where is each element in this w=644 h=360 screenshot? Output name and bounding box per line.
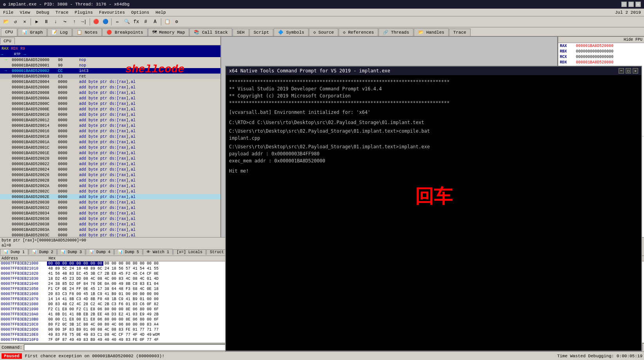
tab-log[interactable]: 📝 Log	[47, 28, 72, 36]
disasm-row[interactable]: 000001BA8D520022 0000 add byte ptr ds:[r…	[0, 161, 220, 167]
tab-memory-map[interactable]: 🗺 Memory Map	[148, 28, 189, 36]
disasm-row[interactable]: 000001BA8D520028 0000 add byte ptr ds:[r…	[0, 178, 220, 183]
disasm-row[interactable]: 000001BA8D520020 0000 add byte ptr ds:[r…	[0, 156, 220, 161]
disasm-row[interactable]: 000001BA8D520034 0000 add byte ptr ds:[r…	[0, 211, 220, 216]
disasm-row[interactable]: → 000001BA8D520002 CC int3	[0, 68, 220, 74]
tb-font[interactable]: A	[151, 18, 159, 26]
disasm-row[interactable]: 000001BA8D52000C 0000 add byte ptr ds:[r…	[0, 101, 220, 106]
tb-highlight[interactable]: ✏	[113, 18, 122, 26]
disasm-row[interactable]: 000001BA8D520008 0000 add byte ptr ds:[r…	[0, 90, 220, 95]
tb-run-to-cursor[interactable]: →|	[79, 18, 88, 26]
disasm-row[interactable]: 000001BA8D520030 0000 add byte ptr ds:[r…	[0, 200, 220, 205]
menu-plugins[interactable]: Plugins	[72, 9, 96, 16]
reg-row[interactable]: RAX 000001BA8D520000	[558, 43, 644, 49]
tab-cpu[interactable]: CPU	[1, 28, 17, 36]
disasm-row[interactable]: 000001BA8D520003 C3 ret	[0, 74, 220, 79]
minimize-button[interactable]: ─	[621, 2, 627, 7]
menu-help[interactable]: Help	[152, 9, 169, 16]
disasm-row[interactable]: 000001BA8D52003C 0000 add byte ptr ds:[r…	[0, 232, 220, 237]
disasm-row[interactable]: 000001BA8D52002E 0000 add byte ptr ds:[r…	[0, 194, 220, 200]
disasm-row[interactable]: 000001BA8D52000E 0000 add byte ptr ds:[r…	[0, 106, 220, 112]
menu-view[interactable]: View	[16, 9, 33, 16]
tb-pause[interactable]: ⏸	[42, 18, 51, 26]
console-close[interactable]: ✕	[633, 68, 638, 74]
disasm-row[interactable]: 000001BA8D520016 0000 add byte ptr ds:[r…	[0, 128, 220, 134]
dump-tab-watch1[interactable]: 👁 Watch 1	[143, 249, 173, 255]
disasm-row[interactable]: 000001BA8D52001E 0000 add byte ptr ds:[r…	[0, 150, 220, 156]
reg-row[interactable]: RBX 0000000000000000	[558, 49, 644, 54]
menu-file[interactable]: File	[0, 9, 16, 16]
dump-tab-5[interactable]: 📊 Dump 5	[114, 249, 143, 255]
disasm-row[interactable]: 000001BA8D52002C 0000 add byte ptr ds:[r…	[0, 189, 220, 194]
disasm-row[interactable]: 000001BA8D520036 0000 add byte ptr ds:[r…	[0, 216, 220, 221]
disasm-row[interactable]: 000001BA8D520001 90 nop	[0, 63, 220, 68]
reg-row[interactable]: RCX 0000000000000000	[558, 54, 644, 59]
disasm-row[interactable]: 000001BA8D520004 0000 add byte ptr ds:[r…	[0, 79, 220, 85]
maximize-button[interactable]: □	[628, 2, 634, 7]
disasm-row[interactable]: 000001BA8D520018 0000 add byte ptr ds:[r…	[0, 134, 220, 139]
menu-trace[interactable]: Trace	[52, 9, 72, 16]
tab-source[interactable]: ◇ Source	[309, 28, 338, 36]
tb-step-over[interactable]: ↪	[61, 18, 69, 26]
row-instr: add byte ptr ds:[rax],al	[78, 102, 220, 106]
disasm-row[interactable]: → 000001BA8D520000 90 nop	[0, 57, 220, 63]
dump-tab-2[interactable]: 📊 Dump 2	[29, 249, 57, 255]
dump-tab-4[interactable]: 📊 Dump 4	[86, 249, 114, 255]
disasm-row[interactable]: 000001BA8D520014 0000 add byte ptr ds:[r…	[0, 123, 220, 128]
console-maximize[interactable]: □	[626, 68, 631, 74]
disasm-row[interactable]: 000001BA8D520038 0000 add byte ptr ds:[r…	[0, 221, 220, 227]
disasm-row[interactable]: 000001BA8D520026 0000 add byte ptr ds:[r…	[0, 172, 220, 178]
tab-script[interactable]: Script	[249, 29, 274, 36]
tab-call-stack[interactable]: 📚 Call Stack	[189, 28, 232, 36]
tb-step-into[interactable]: ↓	[51, 18, 60, 26]
tb-open[interactable]: 📂	[2, 18, 10, 26]
tb-bp[interactable]: 🔴	[92, 18, 100, 26]
tab-notes[interactable]: 📋 Notes	[72, 28, 102, 36]
menu-favourites[interactable]: Favourites	[96, 9, 128, 16]
hide-fpu-button[interactable]: Hide FPU	[624, 38, 642, 42]
close-button[interactable]: ✕	[635, 2, 641, 7]
disasm-row[interactable]: 000001BA8D520006 0000 add byte ptr ds:[r…	[0, 85, 220, 90]
tb-close[interactable]: ✕	[20, 18, 29, 26]
dump-byte: 06	[96, 307, 103, 311]
tab-references[interactable]: ◇ References	[339, 28, 378, 36]
tab-threads[interactable]: 🔗 Threads	[379, 28, 413, 36]
disasm-row[interactable]: 000001BA8D52001A 0000 add byte ptr ds:[r…	[0, 139, 220, 145]
disasm-scroll[interactable]: → 000001BA8D520000 90 nop 000001BA8D5200…	[0, 57, 220, 237]
menu-debug[interactable]: Debug	[33, 9, 52, 16]
disasm-row[interactable]: 000001BA8D520010 0000 add byte ptr ds:[r…	[0, 112, 220, 117]
tb-restart[interactable]: ↺	[11, 18, 20, 26]
disasm-row[interactable]: 000001BA8D520032 0000 add byte ptr ds:[r…	[0, 205, 220, 211]
disasm-row[interactable]: 000001BA8D520024 0000 add byte ptr ds:[r…	[0, 167, 220, 172]
dump-tab-1[interactable]: 📊 Dump 1	[0, 249, 28, 255]
tb-log[interactable]: 📋	[163, 18, 171, 26]
tab-graph[interactable]: 📊 Graph	[18, 28, 47, 36]
dump-tab-struct[interactable]: Struct	[206, 249, 227, 255]
disasm-row[interactable]: 000001BA8D52001C 0000 add byte ptr ds:[r…	[0, 145, 220, 150]
tb-run[interactable]: ▶	[32, 18, 41, 26]
dump-tab-3[interactable]: 📊 Dump 3	[57, 249, 85, 255]
tb-settings[interactable]: ⚙	[172, 18, 181, 26]
tb-step-out[interactable]: ↑	[70, 18, 79, 26]
disasm-row[interactable]: 000001BA8D52000A 0000 add byte ptr ds:[r…	[0, 95, 220, 101]
disasm-row[interactable]: 000001BA8D52002A 0000 add byte ptr ds:[r…	[0, 183, 220, 189]
tb-search[interactable]: 🔍	[123, 18, 131, 26]
reg-row[interactable]: RDX 000001BA8D520000	[558, 59, 644, 65]
tb-hash[interactable]: #	[141, 18, 150, 26]
dump-byte: 68	[132, 287, 139, 291]
tab-seh[interactable]: SEH	[233, 29, 249, 36]
tb-fx[interactable]: fx	[132, 18, 141, 26]
console-minimize[interactable]: ─	[619, 68, 624, 74]
tab-symbols[interactable]: 🔷 Symbols	[274, 28, 308, 36]
row-bytes: 0000	[58, 102, 78, 106]
disasm-row[interactable]: 000001BA8D52003A 0000 add byte ptr ds:[r…	[0, 227, 220, 232]
tab-trace[interactable]: Trace	[449, 29, 471, 36]
menu-options[interactable]: Options	[128, 9, 152, 16]
tb-hardware-bp[interactable]: 🔵	[101, 18, 110, 26]
cpu-subtab[interactable]: CPU	[0, 38, 15, 44]
disasm-row[interactable]: 000001BA8D520012 0000 add byte ptr ds:[r…	[0, 117, 220, 123]
dump-tab-locals[interactable]: [x=] Locals	[173, 249, 206, 255]
tab-handles[interactable]: 📂 Handles	[414, 28, 449, 36]
tab-breakpoints[interactable]: 🔴 Breakpoints	[102, 28, 147, 36]
dump-addr: 00007FFB3EB21000	[0, 261, 47, 266]
